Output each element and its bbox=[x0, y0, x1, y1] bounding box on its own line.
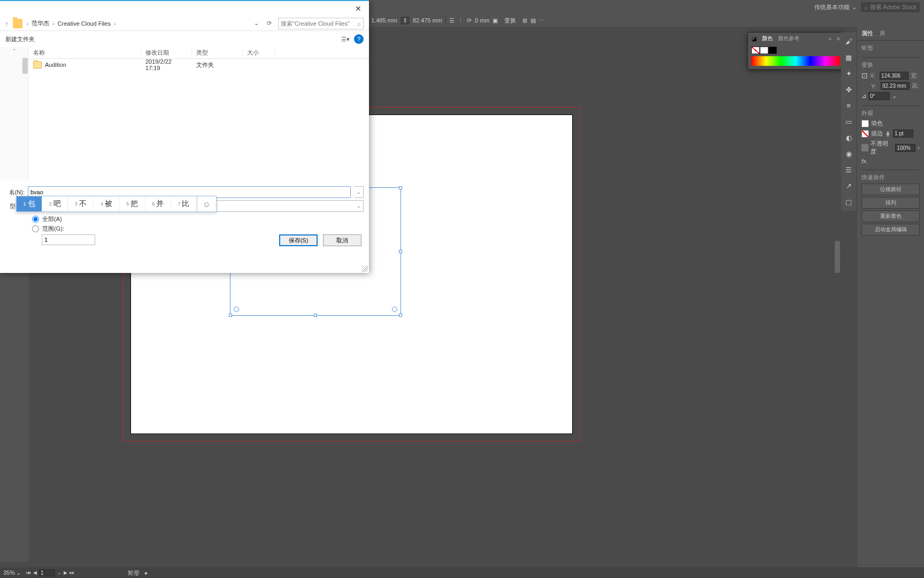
stroke-weight-input[interactable] bbox=[893, 130, 913, 138]
tab-color[interactable]: 颜色 bbox=[762, 35, 773, 42]
search-field[interactable]: ⌕ bbox=[278, 18, 364, 29]
radio-range[interactable]: 范围(G): bbox=[32, 225, 364, 233]
ime-candidate-1[interactable]: 1 包 bbox=[17, 196, 42, 211]
more-options-icon[interactable]: ⋯ bbox=[539, 17, 545, 24]
brushes-icon[interactable]: 🖌 bbox=[844, 36, 853, 46]
nav-first-icon[interactable]: ⏮ bbox=[26, 570, 31, 575]
transform-button[interactable]: 变换 bbox=[501, 16, 519, 26]
handle-bottom-mid[interactable] bbox=[314, 314, 317, 317]
history-dropdown-icon[interactable]: ⌄ bbox=[251, 19, 261, 28]
radio-all-input[interactable] bbox=[32, 216, 39, 223]
angle-dropdown-icon[interactable]: ⌄ bbox=[892, 93, 897, 100]
range-input[interactable] bbox=[42, 234, 95, 245]
swatches-icon[interactable]: ▦ bbox=[844, 52, 853, 62]
anchor-left[interactable] bbox=[234, 307, 239, 312]
tree-collapse-icon[interactable]: ⌃ bbox=[12, 48, 17, 54]
swatch-white[interactable] bbox=[760, 47, 768, 54]
offset-path-button[interactable]: 位移路径 bbox=[861, 184, 920, 195]
save-button[interactable]: 保存(S) bbox=[279, 234, 318, 246]
swatch-black[interactable] bbox=[768, 47, 777, 54]
asset-export-icon[interactable]: ↗ bbox=[844, 181, 853, 191]
resize-grip[interactable] bbox=[361, 265, 368, 272]
artboard-input[interactable] bbox=[39, 569, 55, 576]
y-input[interactable] bbox=[881, 82, 910, 90]
nav-prev-icon[interactable]: ◀ bbox=[33, 570, 37, 575]
recolor-button[interactable]: 重新着色 bbox=[861, 210, 920, 222]
tree-scroll-thumb[interactable] bbox=[22, 58, 28, 74]
handle-mid-right[interactable] bbox=[399, 250, 402, 253]
color-panel[interactable]: ◪ 颜色 颜色参考 » ≡ bbox=[748, 32, 844, 70]
handle-top-right[interactable] bbox=[399, 186, 402, 189]
ime-candidate-6[interactable]: 6 并 bbox=[145, 196, 171, 211]
tab-color-guide[interactable]: 颜色参考 bbox=[778, 35, 799, 42]
ime-candidate-7[interactable]: 7 比 bbox=[171, 196, 197, 211]
appearance-icon[interactable]: ◉ bbox=[844, 149, 853, 158]
filename-dropdown-icon[interactable]: ⌄ bbox=[354, 186, 364, 198]
ime-emoji-button[interactable]: ☺ bbox=[197, 196, 216, 211]
fill-swatch[interactable] bbox=[861, 120, 869, 127]
close-button[interactable]: ✕ bbox=[353, 3, 364, 14]
zoom-control[interactable]: 35% ⌄ bbox=[3, 569, 21, 576]
workspace-switcher[interactable]: 传统基本功能 ⌄ bbox=[814, 3, 857, 11]
col-name[interactable]: 名称 bbox=[29, 49, 141, 57]
cancel-button[interactable]: 取消 bbox=[323, 234, 361, 246]
new-folder-button[interactable]: 新建文件夹 bbox=[5, 35, 35, 43]
ime-candidate-3[interactable]: 3 不 bbox=[68, 196, 94, 211]
ime-candidate-4[interactable]: 4 被 bbox=[94, 196, 119, 211]
distribute-icon[interactable]: ⋮ bbox=[458, 17, 464, 24]
tab-libraries[interactable]: 库 bbox=[880, 29, 886, 37]
scrollbar-thumb[interactable] bbox=[835, 241, 840, 273]
swatch-none[interactable] bbox=[751, 47, 760, 54]
refresh-icon[interactable]: ⟳ bbox=[264, 19, 274, 28]
opacity-swatch[interactable] bbox=[861, 144, 868, 151]
chevron-down-icon[interactable]: ⌄ bbox=[57, 570, 61, 575]
file-row[interactable]: Audition 2019/2/22 17:19 文件夹 bbox=[29, 59, 369, 71]
align-objects-icon[interactable]: ⊞ bbox=[522, 17, 527, 24]
selection-dropdown-icon[interactable]: ▸ bbox=[145, 569, 148, 576]
symbols-icon[interactable]: ✦ bbox=[844, 69, 853, 78]
stroke-icon[interactable]: ≡ bbox=[844, 101, 853, 110]
transparency-icon[interactable]: ◐ bbox=[844, 133, 853, 142]
col-date[interactable]: 修改日期 bbox=[141, 49, 192, 57]
help-button[interactable]: ? bbox=[354, 34, 364, 44]
gradient-icon[interactable]: ▭ bbox=[844, 117, 853, 126]
panel-menu-icon[interactable]: ≡ bbox=[837, 36, 840, 42]
fx-label[interactable]: fx. bbox=[861, 158, 868, 164]
col-size[interactable]: 大小 bbox=[243, 49, 275, 57]
collapse-icon[interactable]: » bbox=[829, 36, 832, 42]
align-icon[interactable]: ☰ bbox=[449, 17, 455, 24]
opacity-dropdown-icon[interactable]: › bbox=[918, 144, 920, 151]
adobe-stock-search[interactable]: ⌕ 搜索 Adobe Stock bbox=[861, 2, 920, 12]
nav-up-icon[interactable]: ↑ bbox=[5, 20, 9, 27]
x-input[interactable] bbox=[880, 72, 908, 80]
angle-input[interactable] bbox=[868, 92, 890, 100]
color-spectrum[interactable] bbox=[751, 56, 840, 66]
view-mode-button[interactable]: ☰▾ bbox=[341, 36, 350, 43]
layers-icon[interactable]: ☰ bbox=[844, 165, 853, 174]
radio-all[interactable]: 全部(A) bbox=[32, 215, 364, 223]
handle-bottom-left[interactable] bbox=[229, 314, 232, 317]
stroke-stepper[interactable]: ▲▼ bbox=[885, 131, 891, 136]
rotate-icon[interactable]: ⟳ bbox=[467, 17, 472, 24]
vertical-scrollbar[interactable] bbox=[834, 150, 841, 562]
handle-bottom-right[interactable] bbox=[399, 314, 402, 317]
tree-scrollbar[interactable] bbox=[22, 47, 28, 181]
col-type[interactable]: 类型 bbox=[192, 49, 243, 57]
anchor-icon[interactable]: ▣ bbox=[492, 17, 498, 24]
radio-range-input[interactable] bbox=[32, 225, 39, 232]
arrange-button[interactable]: 排列 bbox=[861, 197, 920, 209]
anchor-right[interactable] bbox=[392, 307, 397, 312]
graphic-styles-icon[interactable]: ✤ bbox=[844, 85, 853, 94]
pathfinder-icon[interactable]: ▤ bbox=[530, 17, 536, 24]
link-icon[interactable]: ⇕ bbox=[401, 17, 410, 25]
nav-last-icon[interactable]: ⏭ bbox=[70, 570, 74, 575]
stroke-swatch[interactable] bbox=[861, 130, 869, 138]
breadcrumb-user[interactable]: 范华杰 bbox=[32, 19, 49, 27]
artboards-icon[interactable]: ▢ bbox=[844, 197, 853, 207]
ime-candidate-2[interactable]: 2 吧 bbox=[42, 196, 68, 211]
nav-next-icon[interactable]: ▶ bbox=[64, 570, 67, 575]
reference-point-icon[interactable]: ⊡ bbox=[861, 71, 868, 80]
folder-tree[interactable]: ⌃ bbox=[0, 47, 29, 181]
breadcrumb-folder[interactable]: Creative Cloud Files bbox=[58, 20, 111, 27]
global-edit-button[interactable]: 启动全局编辑 bbox=[861, 224, 920, 235]
